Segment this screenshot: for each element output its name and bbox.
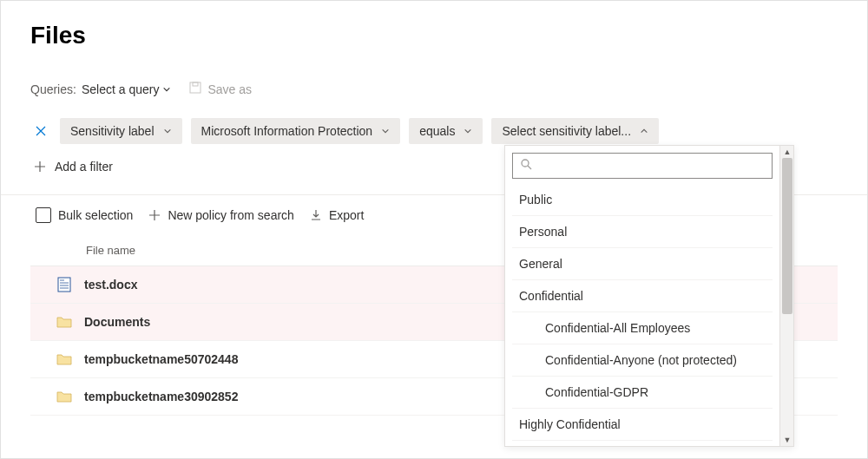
checkbox[interactable] [36,207,51,223]
new-policy-button[interactable]: New policy from search [148,208,294,222]
filter-field-pill[interactable]: Sensitivity label [60,118,182,144]
column-header-filename[interactable]: File name [86,244,135,257]
filter-operator-label: equals [419,124,455,138]
plus-icon [34,161,46,173]
plus-icon [148,209,161,221]
file-name: tempbucketname50702448 [84,352,238,366]
folder-icon [56,351,72,367]
download-icon [310,209,322,221]
svg-rect-1 [193,82,198,86]
file-name: test.docx [84,278,137,292]
save-icon [188,81,202,97]
dropdown-option[interactable]: Confidential [512,280,773,312]
dropdown-option[interactable]: Confidential-GDPR [512,377,773,409]
save-as-button[interactable]: Save as [188,81,252,97]
file-name: Documents [84,315,150,329]
export-label: Export [329,208,364,222]
export-button[interactable]: Export [310,208,364,222]
dropdown-option[interactable]: General [512,248,773,280]
queries-select[interactable]: Select a query [82,82,172,96]
svg-rect-2 [58,278,70,292]
filter-field-label: Sensitivity label [70,124,155,138]
filter-row: Sensitivity label Microsoft Information … [30,118,838,144]
folder-icon [56,389,72,404]
queries-label: Queries: [30,82,76,96]
chevron-up-icon [640,124,648,138]
queries-row: Queries: Select a query Save as [30,81,838,97]
bulk-selection-label: Bulk selection [58,208,133,222]
remove-filter-button[interactable] [30,121,51,141]
add-filter-label: Add a filter [55,160,113,174]
new-policy-label: New policy from search [168,208,294,222]
filter-value-label: Select sensitivity label... [502,124,631,138]
dropdown-option[interactable]: Confidential-All Employees [512,312,773,344]
sensitivity-label-dropdown: PublicPersonalGeneralConfidentialConfide… [504,145,794,447]
scrollbar-up-arrow[interactable]: ▲ [780,146,794,158]
page-title: Files [30,22,838,49]
document-icon [56,277,72,292]
scrollbar-down-arrow[interactable]: ▼ [780,434,794,446]
chevron-down-icon [162,85,171,94]
dropdown-option[interactable]: Highly Confidential [512,409,773,441]
dropdown-search-box[interactable] [512,153,773,179]
svg-rect-0 [190,82,201,93]
dropdown-option[interactable]: Public [512,184,773,216]
filter-subfield-label: Microsoft Information Protection [201,124,373,138]
dropdown-option-cutoff: Highly Confidential-All Employees [512,441,773,446]
bulk-selection-toggle[interactable]: Bulk selection [36,207,133,223]
scrollbar[interactable]: ▲ ▼ [779,146,793,446]
search-icon [520,158,532,174]
svg-point-3 [522,160,529,167]
dropdown-option-list: PublicPersonalGeneralConfidentialConfide… [512,184,773,446]
save-as-label: Save as [207,82,252,96]
scrollbar-thumb[interactable] [782,158,792,314]
filter-operator-pill[interactable]: equals [409,118,483,144]
filter-subfield-pill[interactable]: Microsoft Information Protection [191,118,401,144]
chevron-down-icon [163,124,172,138]
dropdown-option[interactable]: Confidential-Anyone (not protected) [512,344,773,377]
chevron-down-icon [381,124,390,138]
folder-icon [56,314,72,330]
dropdown-search-input[interactable] [537,159,765,173]
dropdown-option[interactable]: Personal [512,216,773,248]
filter-value-pill[interactable]: Select sensitivity label... [491,118,659,144]
file-name: tempbucketname30902852 [84,390,238,403]
queries-select-label: Select a query [82,82,160,96]
chevron-down-icon [464,124,472,138]
